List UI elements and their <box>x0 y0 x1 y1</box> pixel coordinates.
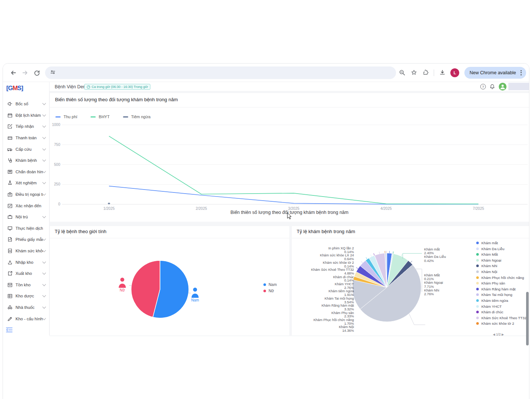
legend-label: Thu phí <box>64 115 77 119</box>
legend-item[interactable]: Khám Da Liễu <box>476 247 526 251</box>
sidebar-item-label: Thanh toán <box>16 136 43 140</box>
legend-dot <box>476 322 479 325</box>
divider <box>50 238 289 238</box>
sidebar-item-label: Tiếp nhận <box>16 124 43 129</box>
browser-menu-icon[interactable] <box>518 68 524 78</box>
forward-button[interactable] <box>19 67 31 79</box>
divider <box>50 107 529 108</box>
profile-initial: L <box>454 71 456 75</box>
sidebar-item-label: Xác nhận đến <box>16 204 43 208</box>
legend-dot <box>476 253 479 256</box>
legend-item[interactable]: Khám Ngoại <box>476 258 526 262</box>
reload-button[interactable] <box>31 67 43 79</box>
legend-item[interactable]: Khám di chúc <box>476 310 526 314</box>
extensions-icon[interactable] <box>420 67 432 79</box>
sidebar-item[interactable]: Tồn kho <box>3 279 49 291</box>
notifications-bell-icon[interactable] <box>489 83 495 90</box>
screenshot-stage: L New Chrome available Bệnh Viện Demo2 C… <box>0 0 532 399</box>
user-name-area[interactable] <box>508 83 529 90</box>
legend-item[interactable]: Khám tiêm ngừa <box>476 299 526 303</box>
site-settings-icon[interactable] <box>50 69 56 77</box>
legend-item[interactable]: Khám Tai mũi họng <box>476 293 526 297</box>
legend-item[interactable]: BHYT <box>91 115 109 119</box>
legend-item[interactable]: Khám Răng hàm mặt <box>476 287 526 291</box>
calendar-icon <box>7 113 13 118</box>
sidebar-item[interactable]: Khám sức khỏe đo... <box>3 245 49 257</box>
legend-item[interactable]: Khám Phụ sản <box>476 281 526 285</box>
health-icon <box>7 248 13 253</box>
browser-profile-avatar[interactable]: L <box>450 68 459 77</box>
chevron-down-icon <box>42 102 46 105</box>
sidebar-item[interactable]: Xác nhận đến <box>3 200 49 211</box>
back-button[interactable] <box>7 67 19 79</box>
address-bar[interactable] <box>45 66 396 79</box>
sidebar-item[interactable]: Thanh toán <box>3 132 49 144</box>
wallet-icon <box>7 135 13 140</box>
slice-callout: Khám YHCT 2.76% <box>292 283 354 290</box>
import-icon <box>7 260 13 265</box>
legend-item[interactable]: Khám Phục hồi chức năng <box>476 276 526 280</box>
chevron-down-icon <box>42 305 46 309</box>
legend-item[interactable]: Thu phí <box>55 115 77 119</box>
chevron-down-icon <box>42 169 46 173</box>
sidebar-collapse-icon[interactable] <box>6 327 13 333</box>
legend-item[interactable]: Nam <box>263 282 277 287</box>
grid-icon <box>7 293 13 299</box>
file-icon <box>7 237 13 242</box>
sidebar-item-label: Xuất kho <box>16 271 43 276</box>
legend-item[interactable]: Khám Nhi <box>476 264 526 268</box>
legend-label: Khám Phục hồi chức năng <box>481 276 524 280</box>
app-logo: [GMS] <box>6 85 23 92</box>
toolbar-separator <box>434 69 434 76</box>
legend-page-label: 1/2 <box>496 332 501 336</box>
sidebar-item[interactable]: Nhà thuốc <box>3 302 49 313</box>
bookmark-star-icon[interactable] <box>408 67 420 79</box>
sidebar-item[interactable]: Cấp cứu <box>3 143 49 155</box>
sidebar-item[interactable]: Thực hiện dịch vụ <box>3 223 49 234</box>
sidebar-item[interactable]: Kho - cấu hình <box>3 313 49 324</box>
legend-label: Khám Nội <box>481 270 497 274</box>
scrollbar-thumb[interactable] <box>526 292 529 345</box>
legend-item[interactable]: Khám Mắt <box>476 252 526 256</box>
slice-callout: Khám Ngoại 7.71% <box>424 281 443 288</box>
sidebar-item[interactable]: Nhập kho <box>3 256 49 268</box>
legend-prev-icon[interactable]: ◀ <box>493 333 495 336</box>
sidebar-item[interactable]: Phiếu giấy mẫu <box>3 234 49 245</box>
inventory-icon <box>7 282 13 287</box>
sidebar-item[interactable]: Nội trú <box>3 211 49 223</box>
sidebar-item[interactable]: Xuất kho <box>3 268 49 279</box>
check-square-icon <box>7 203 13 208</box>
legend-pagination: ◀ 1/2 ▶ <box>476 332 521 336</box>
legend-item[interactable]: Khám mắt <box>476 241 526 245</box>
zoom-indicator-icon[interactable] <box>396 67 408 79</box>
sidebar-item[interactable]: Khám bệnh <box>3 155 49 166</box>
chrome-update-button[interactable]: New Chrome available <box>464 67 526 79</box>
legend-dot <box>263 283 266 286</box>
sidebar-item[interactable]: Bốc số <box>3 98 49 110</box>
legend-item[interactable]: Nữ <box>263 289 277 293</box>
sidebar-item[interactable]: Chẩn đoán hình ảnh <box>3 166 49 178</box>
legend-item[interactable]: Khám sức khỏe tờ 2 <box>476 321 526 325</box>
sidebar-item[interactable]: Đặt lịch khám <box>3 110 49 121</box>
legend-dot <box>476 270 479 273</box>
sidebar-item[interactable]: Xét nghiệm <box>3 177 49 189</box>
legend-item[interactable]: Khám Nội <box>476 270 526 274</box>
chevron-down-icon <box>42 271 46 275</box>
shift-badge: Ca trong giờ (06:30 - 16:30) Trong giờ <box>84 84 150 90</box>
slice-name: Khám Ngoại <box>424 281 443 284</box>
sidebar-item[interactable]: Tiếp nhận <box>3 121 49 132</box>
legend-next-icon[interactable]: ▶ <box>502 333 504 336</box>
legend-label: Khám sức khỏe tờ 2 <box>481 321 514 325</box>
divider <box>292 238 529 238</box>
legend-item[interactable]: Khám Sức Khoẻ Theo TT32 <box>476 316 526 320</box>
downloads-icon[interactable] <box>436 67 448 79</box>
user-avatar[interactable] <box>499 83 507 91</box>
slice-callout: Khám tiêm ngừa 1.91% <box>292 290 354 297</box>
slice-callout: Khám Sức Khoẻ Theo TT32 4.88% <box>292 268 354 275</box>
legend-item[interactable]: Tiêm ngừa <box>123 115 151 119</box>
legend-item[interactable]: Khám YHCT <box>476 304 526 308</box>
help-button[interactable]: ? <box>480 84 486 89</box>
sidebar-item[interactable]: Điều trị ngoại trú <box>3 189 49 200</box>
chrome-update-label: New Chrome available <box>470 70 516 75</box>
sidebar-item[interactable]: Kho dược <box>3 290 49 302</box>
